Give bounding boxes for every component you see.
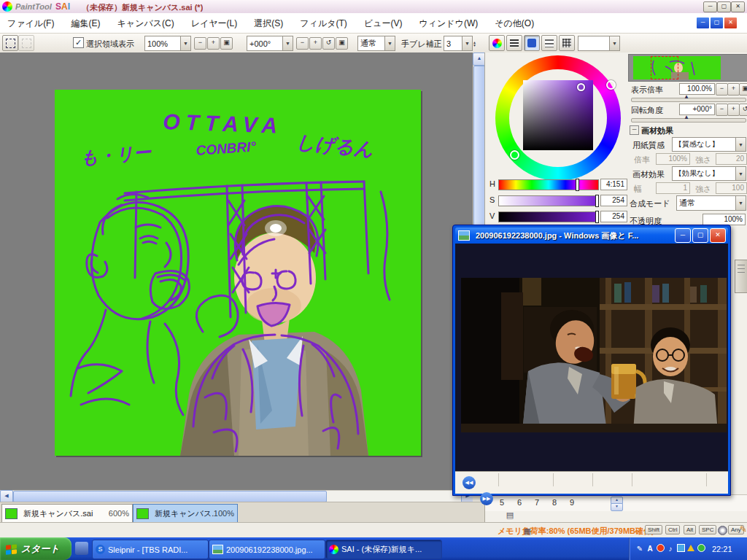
rgb-slider-toggle-button[interactable] (506, 35, 522, 51)
title-bar[interactable]: PaintTool SAI （未保存）新規キャンバス.sai (*) ─ ▢ ✕ (0, 0, 747, 14)
close-button[interactable]: ✕ (731, 1, 745, 12)
hue-indicator-secondary[interactable] (510, 150, 519, 160)
ctrl-key-chip[interactable]: Ctrl (665, 525, 680, 534)
alt-key-chip[interactable]: Alt (684, 525, 696, 534)
h-slider[interactable] (498, 179, 599, 190)
selection-move-button[interactable] (2, 35, 18, 51)
volume-icon[interactable]: ♪ (665, 544, 676, 554)
view-zoom-in-button[interactable]: + (727, 83, 740, 96)
menu-selection[interactable]: 選択(S) (247, 13, 290, 30)
space-key-chip[interactable]: SPC (699, 525, 716, 534)
taskbar-task-sai[interactable]: SAI - (未保存)新規キ... (325, 540, 442, 559)
brush-size-item[interactable]: 9 (570, 498, 574, 507)
collapse-section-icon[interactable]: ─ (630, 125, 639, 135)
brush-size-item[interactable]: 7 (535, 498, 539, 507)
h-slider-marker[interactable] (576, 179, 579, 191)
stabilizer-spinner[interactable]: ▲▼ (473, 36, 476, 50)
zoom-combobox[interactable]: 100%▼ (144, 36, 191, 51)
angle-combobox[interactable]: +000°▼ (247, 36, 293, 51)
ime-mode-icon[interactable]: A (645, 544, 655, 554)
network-icon[interactable] (676, 544, 686, 554)
viewer-minimize-button[interactable]: ─ (675, 228, 691, 243)
v-slider[interactable] (498, 211, 599, 222)
rotate-left-button[interactable]: ↺ (322, 37, 335, 50)
canvas-tab-2[interactable]: 新規キャンバス.sai 100% (133, 504, 238, 523)
scratchpad-toggle-button[interactable] (559, 35, 575, 51)
update-icon[interactable] (655, 544, 665, 554)
chevron-down-icon[interactable]: ▼ (180, 36, 190, 50)
mdi-minimize-button[interactable]: ─ (696, 17, 710, 29)
swatch-toggle-button[interactable] (524, 35, 540, 51)
quick-launch-icon[interactable] (75, 542, 88, 555)
view-zoom-out-button[interactable]: − (716, 83, 728, 96)
chevron-down-icon[interactable]: ▼ (384, 36, 395, 50)
horizontal-scroll-thumb[interactable] (13, 491, 327, 502)
mixer-toggle-button[interactable] (541, 35, 557, 51)
zoom-in-button[interactable]: + (207, 37, 220, 50)
menu-canvas[interactable]: キャンバス(C) (110, 13, 182, 30)
previous-image-button[interactable]: ◀◀ (461, 475, 477, 491)
best-fit-button[interactable]: ▤ (502, 507, 518, 523)
blend-mode-combobox[interactable]: 通常▼ (357, 36, 395, 51)
brush-size-item[interactable]: 5 (500, 498, 504, 507)
v-slider-marker[interactable] (595, 211, 599, 223)
view-zoom-reset-button[interactable]: ▣ (739, 83, 747, 96)
viewer-maximize-button[interactable]: ▢ (692, 228, 708, 243)
chevron-down-icon[interactable]: ▼ (735, 196, 746, 210)
brush-size-item[interactable]: 8 (552, 498, 557, 507)
viewer-close-button[interactable]: ✕ (710, 228, 726, 243)
zoom-reset-button[interactable]: ▣ (220, 37, 233, 50)
canvas-viewport[interactable]: OTTAVA も・リー CONBRI° しげるん (0, 52, 473, 490)
menu-filter[interactable]: フィルタ(T) (293, 13, 354, 30)
view-rotate-reset-button[interactable]: ↺ (739, 104, 747, 116)
color-wheel-toggle-button[interactable] (489, 35, 505, 51)
security-icon[interactable] (686, 544, 696, 554)
maximize-button[interactable]: ▢ (717, 1, 731, 12)
menu-view[interactable]: ビュー(V) (357, 13, 410, 30)
panel-scrollbar-fragment[interactable] (735, 260, 747, 293)
rotate-cw-button[interactable]: + (309, 37, 322, 50)
layer-blend-combobox[interactable]: 通常▼ (676, 195, 746, 211)
menu-file[interactable]: ファイル(F) (0, 13, 61, 30)
chevron-down-icon[interactable]: ▼ (735, 167, 746, 180)
menu-others[interactable]: その他(O) (487, 13, 541, 30)
start-button[interactable]: スタート (0, 537, 71, 560)
navigator-viewport-rect[interactable] (651, 56, 678, 79)
sv-indicator[interactable] (577, 83, 585, 91)
ime-pen-icon[interactable]: ✎ (635, 544, 645, 554)
brush-size-item[interactable]: 6 (517, 498, 522, 507)
pen-icon[interactable]: ✎ (740, 524, 747, 534)
taskbar-task-sleipnir[interactable]: S Sleipnir - [TBS RADI... (92, 540, 209, 559)
chevron-down-icon[interactable]: ▼ (462, 36, 472, 50)
view-zoom-slider-marker[interactable]: ▲ (684, 93, 689, 100)
brush-scroll-down-icon[interactable]: ▼ (611, 503, 623, 511)
rotate-ccw-button[interactable]: − (296, 37, 309, 50)
menu-edit[interactable]: 編集(E) (64, 13, 108, 30)
antivirus-icon[interactable] (696, 544, 706, 554)
mdi-close-button[interactable]: ✕ (724, 17, 738, 29)
view-rotate-cw-button[interactable]: + (727, 104, 740, 116)
s-slider-marker[interactable] (595, 195, 599, 207)
hue-indicator[interactable] (606, 80, 616, 90)
canvas-tab-1[interactable]: 新規キャンバス.sai 600% (1, 504, 133, 523)
menu-layer[interactable]: レイヤー(L) (184, 13, 245, 30)
paper-texture-combobox[interactable]: 【質感なし】▼ (672, 137, 746, 152)
chevron-down-icon[interactable]: ▼ (609, 36, 619, 50)
rotate-reset-button[interactable]: ▣ (336, 37, 348, 50)
minimize-button[interactable]: ─ (703, 1, 717, 12)
show-selection-checkbox[interactable]: ✓ (73, 37, 84, 48)
chevron-down-icon[interactable]: ▼ (735, 138, 746, 151)
viewer-title-bar[interactable]: 200906192238000.jpg - Windows 画像と F... ─… (455, 228, 728, 244)
menu-window[interactable]: ウィンドウ(W) (412, 13, 486, 30)
material-effect-combobox[interactable]: 【効果なし】▼ (672, 166, 746, 181)
preset-combobox[interactable]: ▼ (578, 36, 620, 51)
view-rotate-ccw-button[interactable]: − (716, 104, 728, 116)
gear-icon[interactable] (718, 526, 727, 535)
view-rotate-slider-marker[interactable]: ▲ (684, 114, 689, 120)
image-viewer-window[interactable]: 200906192238000.jpg - Windows 画像と F... ─… (452, 225, 731, 496)
next-image-button[interactable]: ▶▶ (479, 491, 495, 507)
shift-key-chip[interactable]: Shift (645, 525, 662, 534)
canvas-drawing[interactable]: OTTAVA も・リー CONBRI° しげるん (55, 90, 421, 456)
selection-transform-button[interactable] (18, 35, 34, 51)
taskbar-task-image[interactable]: 200906192238000.jpg... (209, 540, 325, 559)
